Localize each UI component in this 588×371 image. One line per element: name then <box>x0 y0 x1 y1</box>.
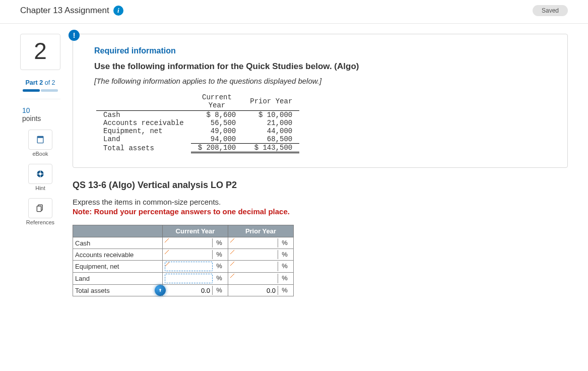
answer-row: Land % % <box>73 273 294 285</box>
col-current-year: Current Year <box>191 93 243 111</box>
question-note: Note: Round your percentage answers to o… <box>73 207 568 216</box>
answer-input-cash-current[interactable] <box>165 238 213 248</box>
instruction-subtext: [The following information applies to th… <box>94 77 546 85</box>
table-row: Cash$ 8,600$ 10,000 <box>96 111 299 119</box>
lifesaver-icon <box>35 169 45 179</box>
table-row: Equipment, net49,00044,000 <box>96 127 299 135</box>
question-instruction: Express the items in common-size percent… <box>73 198 568 206</box>
required-info-heading: Required information <box>94 46 546 55</box>
page-title: Chapter 13 Assignment <box>20 6 109 16</box>
table-row: Accounts receivable56,50021,000 <box>96 119 299 127</box>
col-prior-year: Prior Year <box>243 93 299 111</box>
svg-rect-1 <box>37 136 43 138</box>
copy-icon <box>35 203 45 213</box>
table-row: Land94,00068,500 <box>96 135 299 144</box>
part-progress <box>23 89 58 92</box>
answer-input-equip-prior[interactable] <box>230 262 278 271</box>
question-number-card: 2 <box>20 34 60 70</box>
info-icon[interactable]: i <box>113 6 123 16</box>
hint-button[interactable] <box>28 164 52 184</box>
answer-input-total-prior[interactable] <box>230 286 278 295</box>
book-icon <box>35 135 45 145</box>
expand-up-icon[interactable] <box>155 285 166 296</box>
top-bar: Chapter 13 Assignment i Saved <box>0 0 588 24</box>
answer-col-prior: Prior Year <box>228 225 294 237</box>
references-button[interactable] <box>28 198 52 218</box>
part-indicator: Part 2 of 2 <box>20 79 60 86</box>
answer-total-row: Total assets % % <box>73 285 294 296</box>
points-display: 10 points <box>20 106 60 122</box>
answer-input-ar-current[interactable] <box>165 250 213 259</box>
answer-table: Current Year Prior Year Cash % % Account… <box>73 225 294 296</box>
answer-row: Cash % % <box>73 237 294 249</box>
instruction-heading: Use the following information for the Qu… <box>94 61 546 72</box>
hint-label: Hint <box>35 185 45 191</box>
table-total-row: Total assets $ 208,100 $ 143,500 <box>96 144 299 153</box>
svg-rect-5 <box>37 206 41 212</box>
ebook-label: eBook <box>32 151 48 157</box>
data-table: Current Year Prior Year Cash$ 8,600$ 10,… <box>96 93 299 153</box>
answer-row: Equipment, net % % <box>73 261 294 273</box>
answer-input-cash-prior[interactable] <box>230 238 278 248</box>
answer-row: Accounts receivable % % <box>73 249 294 261</box>
answer-input-ar-prior[interactable] <box>230 250 278 259</box>
alert-badge-icon[interactable]: ! <box>69 30 80 41</box>
references-label: References <box>26 219 54 225</box>
answer-input-equip-current[interactable] <box>165 262 213 271</box>
answer-input-land-current[interactable] <box>165 274 213 283</box>
question-title: QS 13-6 (Algo) Vertical analysis LO P2 <box>73 180 568 191</box>
answer-input-land-prior[interactable] <box>230 274 278 283</box>
sidebar: 2 Part 2 of 2 10 points eBook Hint Refer… <box>20 34 60 296</box>
info-card: Required information Use the following i… <box>73 34 568 168</box>
answer-col-current: Current Year <box>163 225 228 237</box>
answer-input-total-current[interactable] <box>165 286 213 295</box>
ebook-button[interactable] <box>28 130 52 150</box>
saved-indicator: Saved <box>533 5 568 16</box>
svg-point-3 <box>39 172 41 175</box>
